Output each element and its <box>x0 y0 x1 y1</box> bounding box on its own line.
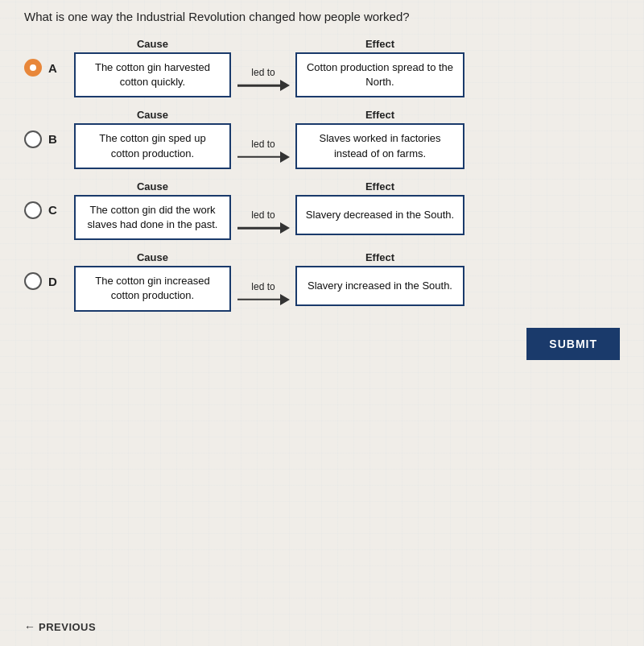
submit-area: SUBMIT <box>16 328 628 360</box>
effect-box-a: Cotton production spread to the North. <box>295 52 464 97</box>
effect-box-c: Slavery decreased in the South. <box>295 195 464 235</box>
effect-header-a: Effect <box>365 38 394 50</box>
led-to-b: led to <box>251 139 275 150</box>
option-label-b: B <box>48 132 68 146</box>
led-to-a: led to <box>251 67 275 78</box>
radio-c[interactable] <box>24 201 42 219</box>
arrow-section-a: led to <box>231 38 295 97</box>
submit-button[interactable]: SUBMIT <box>526 328 620 360</box>
option-row-a[interactable]: A Cause The cotton gin harvested cotton … <box>24 38 620 97</box>
radio-b[interactable] <box>24 130 42 148</box>
option-row-b[interactable]: B Cause The cotton gin sped up cotton pr… <box>24 109 620 168</box>
cause-header-c: Cause <box>137 180 168 193</box>
option-row-c[interactable]: C Cause The cotton gin did the work slav… <box>24 180 620 240</box>
effect-section-b: Effect Slaves worked in factories instea… <box>295 109 464 168</box>
effect-box-d: Slavery increased in the South. <box>295 266 464 306</box>
previous-label: PREVIOUS <box>39 621 96 633</box>
cause-section-c: Cause The cotton gin did the work slaves… <box>74 180 231 240</box>
arrow-section-c: led to <box>231 180 295 240</box>
cause-box-b: The cotton gin sped up cotton production… <box>74 123 231 168</box>
cause-header-a: Cause <box>137 38 168 50</box>
arrow-a <box>237 80 290 91</box>
cause-box-a: The cotton gin harvested cotton quickly. <box>74 52 231 97</box>
options-container: A Cause The cotton gin harvested cotton … <box>16 38 628 312</box>
previous-arrow-icon: ← <box>24 620 35 633</box>
effect-header-b: Effect <box>365 109 394 121</box>
cause-header-b: Cause <box>137 109 168 121</box>
radio-a[interactable] <box>24 59 42 77</box>
arrow-d <box>237 294 290 305</box>
cause-effect-b: Cause The cotton gin sped up cotton prod… <box>74 109 620 168</box>
question-text: What is one way the Industrial Revolutio… <box>16 8 628 25</box>
led-to-c: led to <box>251 209 275 221</box>
effect-box-b: Slaves worked in factories instead of on… <box>295 123 464 168</box>
option-row-d[interactable]: D Cause The cotton gin increased cotton … <box>24 251 620 311</box>
cause-box-c: The cotton gin did the work slaves had d… <box>74 195 231 240</box>
arrow-section-d: led to <box>231 251 295 311</box>
previous-area[interactable]: ← PREVIOUS <box>24 620 96 633</box>
led-to-d: led to <box>251 281 275 292</box>
cause-header-d: Cause <box>137 251 168 263</box>
effect-section-a: Effect Cotton production spread to the N… <box>295 38 464 97</box>
arrow-b <box>237 151 290 163</box>
cause-section-a: Cause The cotton gin harvested cotton qu… <box>74 38 231 97</box>
cause-section-b: Cause The cotton gin sped up cotton prod… <box>74 109 231 168</box>
cause-effect-d: Cause The cotton gin increased cotton pr… <box>74 251 620 311</box>
cause-effect-a: Cause The cotton gin harvested cotton qu… <box>74 38 620 97</box>
effect-section-d: Effect Slavery increased in the South. <box>295 251 464 311</box>
radio-d[interactable] <box>24 272 42 290</box>
effect-section-c: Effect Slavery decreased in the South. <box>295 180 464 240</box>
arrow-c <box>237 222 290 234</box>
option-label-a: A <box>48 61 68 75</box>
option-label-c: C <box>48 203 68 217</box>
arrow-section-b: led to <box>231 109 295 168</box>
cause-effect-c: Cause The cotton gin did the work slaves… <box>74 180 620 240</box>
cause-box-d: The cotton gin increased cotton producti… <box>74 266 231 311</box>
cause-section-d: Cause The cotton gin increased cotton pr… <box>74 251 231 311</box>
effect-header-d: Effect <box>365 251 394 263</box>
option-label-d: D <box>48 275 68 288</box>
effect-header-c: Effect <box>365 180 394 193</box>
